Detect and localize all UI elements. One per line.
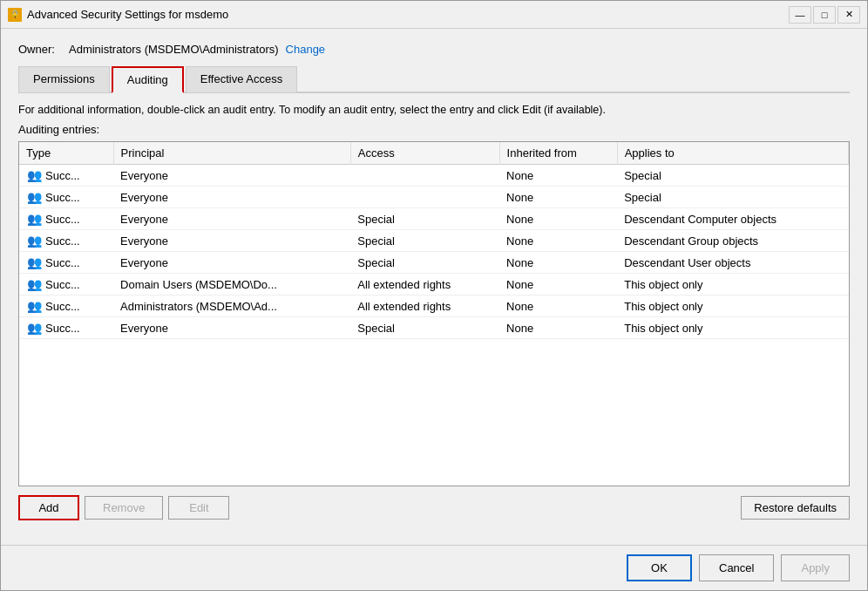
section-label: Auditing entries: xyxy=(18,123,850,136)
cell-access: Special xyxy=(350,230,499,252)
add-button[interactable]: Add xyxy=(18,495,79,520)
cell-type: 👥Succ... xyxy=(19,317,113,339)
table-row[interactable]: 👥Succ...EveryoneNoneSpecial xyxy=(19,165,849,187)
cell-applies-to: Special xyxy=(617,165,848,187)
cell-inherited-from: None xyxy=(499,165,617,187)
cell-applies-to: This object only xyxy=(617,296,848,317)
close-button[interactable]: ✕ xyxy=(837,6,860,24)
cell-access: Special xyxy=(350,317,499,339)
cell-inherited-from: None xyxy=(499,187,617,208)
tab-auditing[interactable]: Auditing xyxy=(112,66,184,93)
cell-access xyxy=(350,165,499,187)
cell-type: 👥Succ... xyxy=(19,187,113,208)
cell-applies-to: This object only xyxy=(617,317,848,339)
cell-access: Special xyxy=(350,252,499,274)
info-text: For additional information, double-click… xyxy=(18,104,850,116)
cell-principal: Administrators (MSDEMO\Ad... xyxy=(113,296,350,317)
tab-effective-access[interactable]: Effective Access xyxy=(186,66,297,93)
owner-label: Owner: xyxy=(18,43,62,56)
cell-access xyxy=(350,187,499,208)
cell-type: 👥Succ... xyxy=(19,296,113,317)
cell-principal: Everyone xyxy=(113,165,350,187)
table-row[interactable]: 👥Succ...EveryoneSpecialNoneDescendant Us… xyxy=(19,252,849,274)
col-applies-to: Applies to xyxy=(617,142,848,165)
user-icon: 👥 xyxy=(26,168,42,182)
table-row[interactable]: 👥Succ...EveryoneNoneSpecial xyxy=(19,187,849,208)
cell-applies-to: Descendant Computer objects xyxy=(617,208,848,230)
dialog-content: Owner: Administrators (MSDEMO\Administra… xyxy=(1,29,867,545)
cell-inherited-from: None xyxy=(499,252,617,274)
cell-inherited-from: None xyxy=(499,274,617,296)
table-row[interactable]: 👥Succ...EveryoneSpecialNoneThis object o… xyxy=(19,317,849,339)
cell-principal: Everyone xyxy=(113,230,350,252)
cancel-button[interactable]: Cancel xyxy=(699,554,774,581)
cell-type: 👥Succ... xyxy=(19,274,113,296)
cell-type: 👥Succ... xyxy=(19,252,113,274)
restore-defaults-button[interactable]: Restore defaults xyxy=(741,496,850,520)
table-row[interactable]: 👥Succ...EveryoneSpecialNoneDescendant Gr… xyxy=(19,230,849,252)
cell-principal: Everyone xyxy=(113,187,350,208)
cell-inherited-from: None xyxy=(499,208,617,230)
ok-button[interactable]: OK xyxy=(627,554,692,581)
window-title: Advanced Security Settings for msdemo xyxy=(27,8,789,21)
cell-access: Special xyxy=(350,208,499,230)
cell-applies-to: Descendant Group objects xyxy=(617,230,848,252)
cell-principal: Everyone xyxy=(113,317,350,339)
window-icon: 🔒 xyxy=(8,8,22,22)
minimize-button[interactable]: — xyxy=(789,6,811,24)
change-owner-link[interactable]: Change xyxy=(286,43,326,56)
owner-value: Administrators (MSDEMO\Administrators) xyxy=(69,43,279,56)
user-icon: 👥 xyxy=(26,255,42,269)
table-row[interactable]: 👥Succ...Administrators (MSDEMO\Ad...All … xyxy=(19,296,849,317)
edit-button[interactable]: Edit xyxy=(168,496,229,520)
dialog-footer: OK Cancel Apply xyxy=(1,545,867,590)
table-header-row: Type Principal Access Inherited from App… xyxy=(19,142,849,165)
col-type: Type xyxy=(19,142,113,165)
cell-applies-to: Descendant User objects xyxy=(617,252,848,274)
user-icon: 👥 xyxy=(26,299,42,313)
cell-type: 👥Succ... xyxy=(19,230,113,252)
action-bar: Add Remove Edit Restore defaults xyxy=(18,495,850,520)
title-bar-controls: — □ ✕ xyxy=(789,6,860,24)
apply-button[interactable]: Apply xyxy=(781,554,850,581)
maximize-button[interactable]: □ xyxy=(813,6,836,24)
cell-inherited-from: None xyxy=(499,296,617,317)
title-bar: 🔒 Advanced Security Settings for msdemo … xyxy=(1,1,867,29)
col-access: Access xyxy=(350,142,499,165)
cell-applies-to: Special xyxy=(617,187,848,208)
cell-type: 👥Succ... xyxy=(19,208,113,230)
owner-row: Owner: Administrators (MSDEMO\Administra… xyxy=(18,43,850,56)
user-icon: 👥 xyxy=(26,190,42,204)
table-row[interactable]: 👥Succ...Domain Users (MSDEMO\Do...All ex… xyxy=(19,274,849,296)
auditing-entries-table[interactable]: Type Principal Access Inherited from App… xyxy=(18,141,850,486)
col-inherited-from: Inherited from xyxy=(499,142,617,165)
cell-applies-to: This object only xyxy=(617,274,848,296)
remove-button[interactable]: Remove xyxy=(85,496,163,520)
cell-principal: Domain Users (MSDEMO\Do... xyxy=(113,274,350,296)
cell-access: All extended rights xyxy=(350,274,499,296)
user-icon: 👥 xyxy=(26,321,42,335)
cell-inherited-from: None xyxy=(499,317,617,339)
table-row[interactable]: 👥Succ...EveryoneSpecialNoneDescendant Co… xyxy=(19,208,849,230)
user-icon: 👥 xyxy=(26,277,42,291)
tab-bar: Permissions Auditing Effective Access xyxy=(18,66,850,93)
tab-permissions[interactable]: Permissions xyxy=(18,66,110,93)
cell-access: All extended rights xyxy=(350,296,499,317)
cell-principal: Everyone xyxy=(113,208,350,230)
main-window: 🔒 Advanced Security Settings for msdemo … xyxy=(0,0,868,591)
user-icon: 👥 xyxy=(26,234,42,248)
cell-type: 👥Succ... xyxy=(19,165,113,187)
user-icon: 👥 xyxy=(26,212,42,226)
col-principal: Principal xyxy=(113,142,350,165)
cell-principal: Everyone xyxy=(113,252,350,274)
cell-inherited-from: None xyxy=(499,230,617,252)
